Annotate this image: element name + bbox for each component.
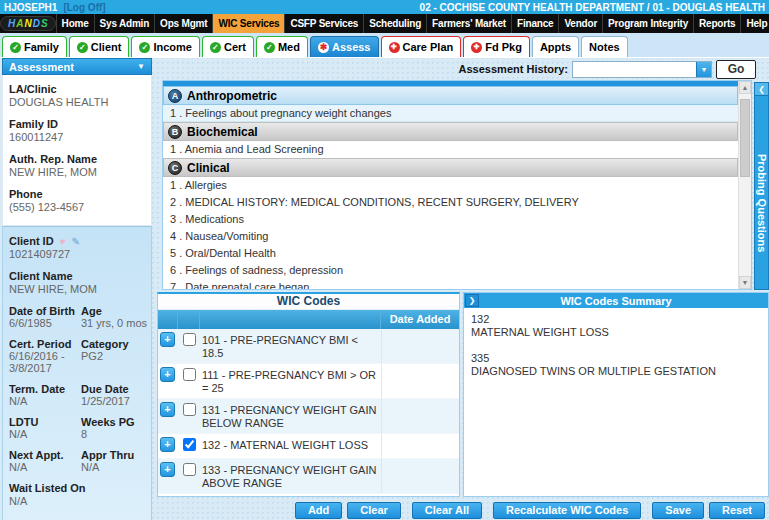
go-button[interactable]: Go [716,60,756,79]
add-code-plus-button[interactable]: + [160,437,175,452]
log-off-link[interactable]: [Log Off] [63,2,105,13]
wic-code-checkbox[interactable] [183,333,196,346]
wic-code-checkbox[interactable] [183,403,196,416]
assessment-sections-panel: A Anthropometric 1 . Feelings about preg… [162,80,752,290]
collapse-left-icon[interactable]: ❮ [755,83,768,96]
assessment-question-item[interactable]: 1 . Feelings about pregnancy weight chan… [163,105,738,122]
tab-cert[interactable]: ✓ Cert [202,36,254,57]
expand-right-icon[interactable]: ❯ [465,294,479,307]
section-header-clinical[interactable]: C Clinical [163,158,738,177]
menu-item-finance[interactable]: Finance [511,14,558,33]
menu-item-scheduling[interactable]: Scheduling [363,14,426,33]
logo-letter: A [16,18,23,29]
scrollbar-track[interactable] [739,94,751,276]
item-text: Anemia and Lead Screening [185,143,324,155]
assessment-question-item[interactable]: 1 . Anemia and Lead Screening [163,141,738,158]
tab-notes[interactable]: Notes [581,36,628,57]
menu-item-reports[interactable]: Reports [693,14,740,33]
incomplete-icon: ✚ [471,42,482,53]
assessment-scrollbar[interactable]: ▲ ▼ [738,81,751,289]
assessment-history-dropdown[interactable]: ▼ [572,61,712,78]
tab-med[interactable]: ✓ Med [256,36,308,57]
scroll-down-icon[interactable]: ▼ [739,276,751,289]
logo-letter: S [41,18,48,29]
wic-code-checkbox[interactable] [183,368,196,381]
item-number: 4 . [170,230,182,242]
chevron-down-icon[interactable]: ▼ [137,62,145,71]
wic-codes-panel: WIC Codes Date Added + 101 - PRE-PREGNAN… [157,292,460,497]
wic-code-checkbox[interactable] [183,463,196,476]
reset-button[interactable]: Reset [709,502,765,519]
menu-item-csfp-services[interactable]: CSFP Services [284,14,363,33]
tab-care-plan[interactable]: ✚ Care Plan [381,36,462,57]
wic-code-row: + 133 - PREGNANCY WEIGHT GAIN ABOVE RANG… [158,459,459,494]
wic-codes-summary-header: ❯ WIC Codes Summary [464,293,768,308]
menu-item-vendor[interactable]: Vendor [558,14,602,33]
tab-appts[interactable]: Appts [532,36,579,57]
recalculate-wic-codes-button[interactable]: Recalculate WIC Codes [493,502,641,519]
appt-appr-row: Next Appt. N/A Appr Thru N/A [9,449,151,473]
assessment-question-item[interactable]: 3 . Medications [163,211,738,228]
main-menu-bar: H A N D S Home Sys Admin Ops Mgmt WIC Se… [0,14,769,33]
scroll-up-icon[interactable]: ▲ [739,81,751,94]
clear-all-button[interactable]: Clear All [412,502,482,519]
item-number: 1 . [170,179,182,191]
tab-client[interactable]: ✓ Client [69,36,130,57]
date-added-cell [381,329,459,363]
menu-item-help[interactable]: Help [740,14,769,33]
scrollbar-thumb[interactable] [740,99,750,177]
hands-logo: H A N D S [0,14,56,33]
edit-pencil-icon[interactable]: ✎ [72,236,80,247]
section-letter-badge: B [168,125,182,139]
action-button-bar: Add Clear Clear All Recalculate WIC Code… [157,502,769,519]
family-id-label: Family ID [9,118,151,131]
probing-questions-tab[interactable]: ❮ Probing Questions [754,82,769,290]
summary-entry: 132 MATERNAL WEIGHT LOSS [471,313,761,339]
assessment-question-item[interactable]: 2 . MEDICAL HISTORY: MEDICAL CONDITIONS,… [163,194,738,211]
dob-label: Date of Birth [9,305,77,317]
add-code-plus-button[interactable]: + [160,367,175,382]
assessment-question-item[interactable]: 5 . Oral/Dental Health [163,245,738,262]
section-header-anthropometric[interactable]: A Anthropometric [163,86,738,105]
wic-code-checkbox[interactable] [183,438,196,451]
dob-value: 6/6/1985 [9,317,77,329]
logo-letter: D [33,18,40,29]
tab-label: Family [24,41,59,53]
tab-fd-pkg[interactable]: ✚ Fd Pkg [463,36,530,57]
age-label: Age [81,305,149,317]
assessment-question-item[interactable]: 6 . Feelings of sadness, depression [163,262,738,279]
menu-item-program-integrity[interactable]: Program Integrity [602,14,693,33]
assessment-history-label: Assessment History: [459,63,568,75]
cert-period-value: 6/16/2016 - 3/8/2017 [9,350,77,374]
clear-button[interactable]: Clear [347,502,401,519]
la-clinic-value: DOUGLAS HEALTH [9,96,151,109]
menu-item-home[interactable]: Home [56,14,94,33]
wic-code-text: 133 - PREGNANCY WEIGHT GAIN ABOVE RANGE [200,459,381,493]
sidebar-header[interactable]: Assessment ▼ [2,58,152,75]
wic-codes-table-header: Date Added [158,310,459,329]
dropdown-arrow-icon[interactable]: ▼ [696,62,711,77]
menu-item-farmers-market[interactable]: Farmers' Market [426,14,511,33]
save-button[interactable]: Save [652,502,704,519]
add-button[interactable]: Add [295,502,342,519]
client-info-section: Client ID ♥ ✎ 1021409727 Client Name NEW… [2,226,152,520]
add-code-plus-button[interactable]: + [160,332,175,347]
summary-code: 132 [471,313,761,326]
assessment-history-bar: Assessment History: ▼ Go [157,58,769,80]
tab-assess[interactable]: ✱ Assess [310,36,379,57]
assessment-question-item[interactable]: 7 . Date prenatal care began [163,279,738,289]
menu-item-sys-admin[interactable]: Sys Admin [94,14,155,33]
tab-family[interactable]: ✓ Family [2,36,67,57]
section-header-biochemical[interactable]: B Biochemical [163,122,738,141]
menu-item-wic-services[interactable]: WIC Services [212,14,284,33]
assessment-question-item[interactable]: 1 . Allergies [163,177,738,194]
menu-item-ops-mgmt[interactable]: Ops Mgmt [154,14,212,33]
tab-income[interactable]: ✓ Income [131,36,200,57]
add-code-plus-button[interactable]: + [160,462,175,477]
assessment-question-item[interactable]: 4 . Nausea/Vomiting [163,228,738,245]
summary-description: DIAGNOSED TWINS OR MULTIPLE GESTATION [471,365,761,378]
wic-codes-summary-body: 132 MATERNAL WEIGHT LOSS 335 DIAGNOSED T… [464,308,768,396]
add-code-plus-button[interactable]: + [160,402,175,417]
probing-questions-label: Probing Questions [756,154,768,252]
tab-label: Assess [332,41,371,53]
